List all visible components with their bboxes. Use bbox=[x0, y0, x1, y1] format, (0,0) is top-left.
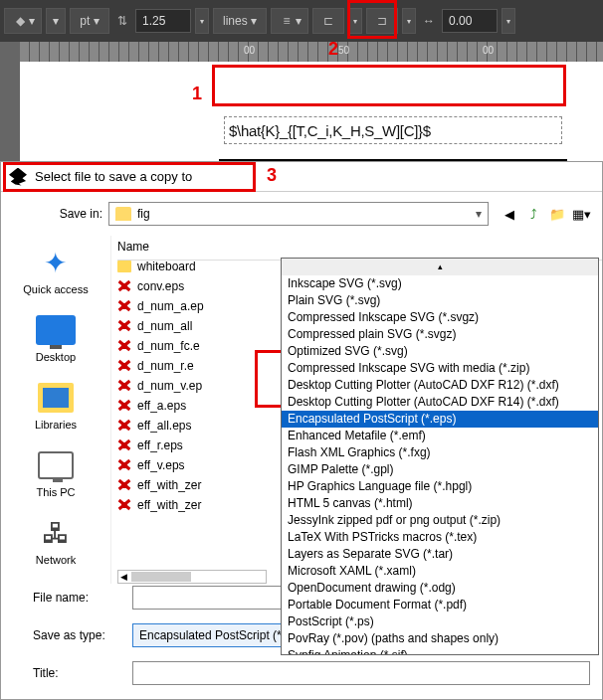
nav-view-icon[interactable]: ▦▾ bbox=[572, 205, 590, 223]
file-type-option[interactable]: Layers as Separate SVG (*.tar) bbox=[282, 546, 598, 563]
save-in-combo[interactable]: fig bbox=[108, 202, 489, 226]
eps-file-icon bbox=[117, 359, 131, 373]
file-type-option[interactable]: OpenDocument drawing (*.odg) bbox=[282, 580, 598, 597]
join-select[interactable]: lines ▾ bbox=[213, 8, 267, 34]
annotation-label-3: 3 bbox=[267, 165, 277, 186]
save-in-value: fig bbox=[137, 207, 150, 221]
file-item-label: eff_with_zer bbox=[137, 478, 201, 492]
file-type-option[interactable]: Flash XML Graphics (*.fxg) bbox=[282, 444, 598, 461]
sidebar-quick-access[interactable]: ✦ Quick access bbox=[23, 246, 88, 295]
dialog-titlebar: Select file to save a copy to bbox=[1, 162, 602, 192]
tool-extra-1-drop[interactable]: ▾ bbox=[348, 8, 362, 34]
nav-newfolder-icon[interactable]: 📁 bbox=[548, 205, 566, 223]
list-scroll-up-icon[interactable]: ▴ bbox=[282, 259, 598, 275]
eps-file-icon bbox=[117, 438, 131, 452]
stroke-width-stepper[interactable]: ▾ bbox=[195, 8, 209, 34]
horizontal-scrollbar[interactable]: ◀ bbox=[117, 570, 267, 584]
file-type-option[interactable]: Synfig Animation (*.sif) bbox=[282, 647, 598, 655]
file-type-option[interactable]: JessyInk zipped pdf or png output (*.zip… bbox=[282, 512, 598, 529]
file-type-option[interactable]: Compressed Inkscape SVG (*.svgz) bbox=[282, 309, 598, 326]
annotation-label-2: 2 bbox=[328, 39, 338, 60]
file-type-option[interactable]: Compressed Inkscape SVG with media (*.zi… bbox=[282, 360, 598, 377]
save-as-type-label: Save as type: bbox=[13, 628, 122, 642]
folder-icon bbox=[117, 261, 131, 272]
eps-file-icon bbox=[117, 379, 131, 393]
file-type-option[interactable]: HTML 5 canvas (*.html) bbox=[282, 495, 598, 512]
dialog-title-text: Select file to save a copy to bbox=[35, 169, 192, 184]
file-item-label: eff_v.eps bbox=[137, 458, 185, 472]
unit-select[interactable]: pt ▾ bbox=[70, 8, 109, 34]
file-item-label: d_num_v.ep bbox=[137, 379, 202, 393]
inkscape-icon bbox=[9, 168, 27, 186]
marker-end-icon: ⊐ bbox=[373, 12, 391, 30]
file-item[interactable]: eff_r.eps bbox=[117, 438, 277, 452]
file-item[interactable]: d_num_a.ep bbox=[117, 299, 277, 313]
stroke-width-input[interactable] bbox=[135, 9, 191, 33]
file-item[interactable]: eff_a.eps bbox=[117, 399, 277, 413]
file-type-option[interactable]: Microsoft XAML (*.xaml) bbox=[282, 563, 598, 580]
file-type-option[interactable]: Portable Document Format (*.pdf) bbox=[282, 597, 598, 613]
file-item[interactable]: eff_v.eps bbox=[117, 458, 277, 472]
file-type-option[interactable]: PostScript (*.ps) bbox=[282, 613, 598, 630]
file-type-option[interactable]: Inkscape SVG (*.svg) bbox=[282, 275, 598, 292]
file-item[interactable]: d_num_fc.e bbox=[117, 339, 277, 353]
file-type-option[interactable]: Desktop Cutting Plotter (AutoCAD DXF R14… bbox=[282, 394, 598, 411]
sidebar-label: Network bbox=[36, 554, 76, 566]
file-item-label: d_num_a.ep bbox=[137, 299, 204, 313]
sidebar-this-pc[interactable]: This PC bbox=[36, 448, 76, 498]
align-dropdown[interactable]: ≡▾ bbox=[271, 8, 308, 34]
file-type-option[interactable]: Plain SVG (*.svg) bbox=[282, 292, 598, 309]
eps-file-icon bbox=[117, 399, 131, 413]
file-item-label: eff_a.eps bbox=[137, 399, 186, 413]
file-item[interactable]: whiteboard bbox=[117, 260, 277, 273]
file-item[interactable]: d_num_all bbox=[117, 319, 277, 333]
file-type-option[interactable]: GIMP Palette (*.gpl) bbox=[282, 461, 598, 478]
sidebar-libraries[interactable]: Libraries bbox=[35, 381, 77, 431]
join-label: lines bbox=[223, 14, 248, 28]
sidebar-desktop[interactable]: Desktop bbox=[36, 313, 76, 363]
latex-text-object[interactable]: $\hat{K}_{[T,C_i,K_H,S_W][C]}$ bbox=[224, 116, 562, 144]
file-type-option[interactable]: Encapsulated PostScript (*.eps) bbox=[282, 411, 598, 428]
file-type-option[interactable]: PovRay (*.pov) (paths and shapes only) bbox=[282, 630, 598, 647]
file-item[interactable]: eff_all.eps bbox=[117, 419, 277, 433]
offset-stepper[interactable]: ▾ bbox=[502, 8, 515, 34]
nav-up-icon[interactable]: ⤴ bbox=[524, 205, 542, 223]
file-item[interactable]: d_num_r.e bbox=[117, 359, 277, 373]
file-item[interactable]: eff_with_zer bbox=[117, 478, 277, 492]
tool-dropdown-2[interactable]: ▾ bbox=[46, 8, 66, 34]
eps-file-icon bbox=[117, 279, 131, 293]
annotation-label-1: 1 bbox=[192, 84, 202, 104]
canvas-area: 00 50 00 $\hat{K}_{[T,C_i,K_H,S_W][C]}$ … bbox=[0, 42, 603, 161]
file-type-option[interactable]: LaTeX With PSTricks macros (*.tex) bbox=[282, 529, 598, 546]
offset-input[interactable] bbox=[442, 9, 498, 33]
file-item[interactable]: eff_with_zer bbox=[117, 498, 277, 512]
file-item-label: d_num_r.e bbox=[137, 359, 194, 373]
file-item-label: eff_with_zer bbox=[137, 498, 201, 512]
file-list: whiteboardconv.epsd_num_a.epd_num_alld_n… bbox=[117, 260, 277, 512]
eps-file-icon bbox=[117, 299, 131, 313]
file-item-label: eff_r.eps bbox=[137, 438, 183, 452]
sidebar-network[interactable]: 🖧 Network bbox=[36, 516, 76, 566]
desktop-icon bbox=[36, 315, 76, 345]
file-name-label: File name: bbox=[13, 591, 122, 605]
file-type-dropdown-list[interactable]: ▴ Inkscape SVG (*.svg)Plain SVG (*.svg)C… bbox=[281, 258, 599, 655]
tool-extra-1[interactable]: ⊏ bbox=[312, 8, 344, 34]
file-item[interactable]: d_num_v.ep bbox=[117, 379, 277, 393]
latex-text: $\hat{K}_{[T,C_i,K_H,S_W][C]}$ bbox=[229, 122, 431, 139]
file-type-option[interactable]: Optimized SVG (*.svg) bbox=[282, 343, 598, 360]
file-type-option[interactable]: Enhanced Metafile (*.emf) bbox=[282, 428, 598, 444]
places-sidebar: ✦ Quick access Desktop Libraries This PC… bbox=[1, 236, 110, 584]
file-type-option[interactable]: HP Graphics Language file (*.hpgl) bbox=[282, 478, 598, 495]
shape-icon: ◆ bbox=[11, 12, 29, 30]
file-type-option[interactable]: Desktop Cutting Plotter (AutoCAD DXF R12… bbox=[282, 377, 598, 394]
file-type-option[interactable]: Compressed plain SVG (*.svgz) bbox=[282, 326, 598, 343]
file-item[interactable]: conv.eps bbox=[117, 279, 277, 293]
title-input[interactable] bbox=[132, 661, 590, 685]
tool-extra-2-drop[interactable]: ▾ bbox=[402, 8, 416, 34]
tool-dropdown-1[interactable]: ◆▾ bbox=[4, 8, 42, 34]
app-toolbar: ◆▾ ▾ pt ▾ ⇅ ▾ lines ▾ ≡▾ ⊏ ▾ ⊐ ▾ ↔ ▾ bbox=[0, 0, 603, 42]
nav-back-icon[interactable]: ◀ bbox=[501, 205, 518, 223]
ruler-mark: 00 bbox=[483, 45, 494, 56]
eps-file-icon bbox=[117, 419, 131, 433]
tool-extra-2[interactable]: ⊐ bbox=[366, 8, 398, 34]
